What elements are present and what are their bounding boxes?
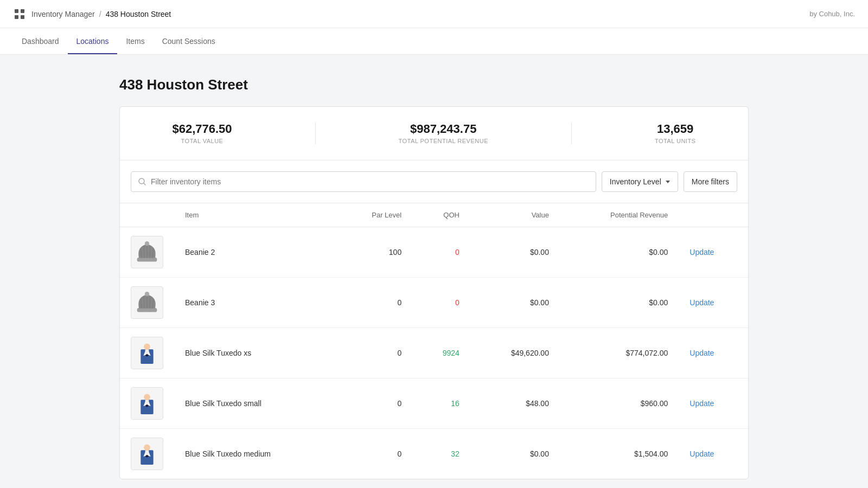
stat-total-units-number: 13,659 (655, 122, 696, 136)
inventory-level-filter[interactable]: Inventory Level (602, 171, 678, 192)
nav-item-count-sessions[interactable]: Count Sessions (154, 28, 224, 54)
par-level-cell: 100 (335, 227, 412, 278)
th-potential-revenue: Potential Revenue (560, 203, 679, 227)
item-thumbnail (131, 236, 163, 268)
table-row: Blue Silk Tuxedo small 0 16 $48.00 $960.… (120, 378, 748, 429)
stat-total-value: $62,776.50 TOTAL VALUE (172, 122, 232, 145)
qoh-value: 0 (455, 298, 459, 307)
stat-potential-revenue-label: TOTAL POTENTIAL REVENUE (398, 138, 488, 144)
more-filters-button[interactable]: More filters (684, 171, 737, 192)
update-button[interactable]: Update (690, 298, 714, 307)
potential-revenue-cell: $960.00 (560, 378, 679, 429)
nav-bar: Dashboard Locations Items Count Sessions (0, 28, 868, 55)
stat-total-value-label: TOTAL VALUE (181, 138, 224, 144)
search-input[interactable] (151, 177, 589, 186)
item-image-cell (120, 378, 174, 429)
qoh-value: 9924 (443, 349, 459, 357)
update-button[interactable]: Update (690, 399, 714, 408)
chevron-down-icon (666, 181, 670, 183)
stats-row: $62,776.50 TOTAL VALUE $987,243.75 TOTAL… (120, 107, 748, 160)
item-image-cell (120, 227, 174, 278)
table-row: Blue Silk Tuxedo xs 0 9924 $49,620.00 $7… (120, 328, 748, 378)
potential-revenue-cell: $0.00 (560, 227, 679, 278)
par-level-cell: 0 (335, 378, 412, 429)
item-name: Beanie 2 (185, 248, 215, 256)
breadcrumb-sep: / (99, 10, 101, 18)
update-cell: Update (679, 328, 748, 378)
svg-point-19 (145, 292, 149, 296)
nav-item-dashboard[interactable]: Dashboard (13, 28, 68, 54)
svg-line-5 (144, 183, 145, 185)
update-cell: Update (679, 378, 748, 429)
item-thumbnail (131, 387, 163, 420)
qoh-cell: 32 (412, 429, 470, 479)
svg-point-22 (144, 344, 150, 350)
svg-rect-0 (15, 9, 18, 13)
svg-rect-13 (137, 308, 157, 312)
svg-point-25 (144, 394, 150, 401)
update-cell: Update (679, 278, 748, 328)
item-image-cell (120, 429, 174, 479)
th-item: Item (174, 203, 335, 227)
item-name: Blue Silk Tuxedo small (185, 399, 261, 408)
item-name-cell: Blue Silk Tuxedo medium (174, 429, 335, 479)
item-image-cell (120, 328, 174, 378)
search-box[interactable] (131, 171, 596, 192)
item-name-cell: Beanie 2 (174, 227, 335, 278)
qoh-value: 16 (451, 399, 459, 408)
th-value: Value (470, 203, 560, 227)
potential-revenue-cell: $1,504.00 (560, 429, 679, 479)
th-image (120, 203, 174, 227)
table-header: Item Par Level QOH Value Potential Reven… (120, 203, 748, 227)
qoh-cell: 9924 (412, 328, 470, 378)
page-content: 438 Houston Street $62,776.50 TOTAL VALU… (108, 55, 760, 488)
stat-potential-revenue: $987,243.75 TOTAL POTENTIAL REVENUE (398, 122, 488, 145)
top-bar: Inventory Manager / 438 Houston Street b… (0, 0, 868, 28)
par-level-cell: 0 (335, 278, 412, 328)
item-name: Beanie 3 (185, 298, 215, 307)
qoh-cell: 16 (412, 378, 470, 429)
svg-rect-6 (137, 258, 157, 262)
update-button[interactable]: Update (690, 450, 714, 458)
table-body: Beanie 2 100 0 $0.00 $0.00 Update Beanie… (120, 227, 748, 479)
potential-revenue-cell: $0.00 (560, 278, 679, 328)
stat-potential-revenue-number: $987,243.75 (398, 122, 488, 136)
svg-rect-2 (15, 15, 18, 19)
item-thumbnail (131, 286, 163, 319)
item-thumbnail (131, 438, 163, 470)
item-name-cell: Blue Silk Tuxedo xs (174, 328, 335, 378)
nav-item-locations[interactable]: Locations (68, 28, 118, 54)
svg-rect-1 (21, 9, 24, 13)
breadcrumb: Inventory Manager / 438 Houston Street (31, 10, 171, 18)
stat-total-units-label: TOTAL UNITS (655, 138, 696, 144)
qoh-value: 32 (451, 450, 459, 458)
par-level-cell: 0 (335, 429, 412, 479)
item-name-cell: Blue Silk Tuxedo small (174, 378, 335, 429)
update-cell: Update (679, 227, 748, 278)
table-row: Beanie 3 0 0 $0.00 $0.00 Update (120, 278, 748, 328)
stat-total-units: 13,659 TOTAL UNITS (655, 122, 696, 145)
value-cell: $0.00 (470, 227, 560, 278)
item-name-cell: Beanie 3 (174, 278, 335, 328)
par-level-cell: 0 (335, 328, 412, 378)
app-icon (13, 8, 26, 21)
breadcrumb-current: 438 Houston Street (106, 10, 171, 18)
stat-total-value-number: $62,776.50 (172, 122, 232, 136)
item-name: Blue Silk Tuxedo xs (185, 349, 251, 357)
svg-point-12 (145, 241, 149, 246)
item-thumbnail (131, 337, 163, 369)
svg-rect-3 (21, 15, 24, 19)
stat-divider-2 (571, 123, 572, 144)
qoh-cell: 0 (412, 227, 470, 278)
value-cell: $0.00 (470, 278, 560, 328)
th-action (679, 203, 748, 227)
update-button[interactable]: Update (690, 248, 714, 256)
qoh-cell: 0 (412, 278, 470, 328)
table-row: Beanie 2 100 0 $0.00 $0.00 Update (120, 227, 748, 278)
value-cell: $0.00 (470, 429, 560, 479)
nav-item-items[interactable]: Items (117, 28, 153, 54)
item-image-cell (120, 278, 174, 328)
th-par-level: Par Level (335, 203, 412, 227)
stats-card: $62,776.50 TOTAL VALUE $987,243.75 TOTAL… (119, 106, 749, 479)
update-button[interactable]: Update (690, 349, 714, 357)
